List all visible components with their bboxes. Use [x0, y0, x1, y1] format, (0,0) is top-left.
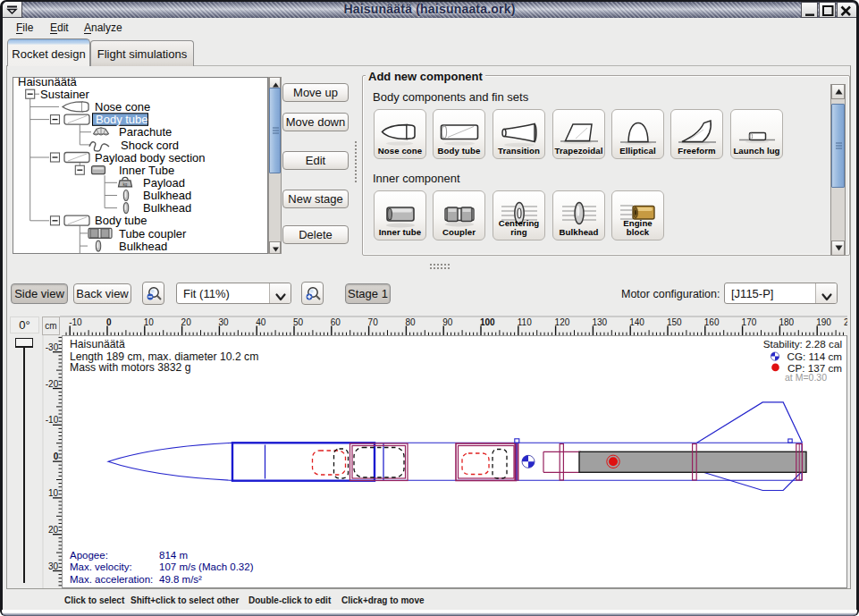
- svg-text:150: 150: [667, 317, 682, 327]
- svg-text:Apogee:: Apogee:: [70, 550, 108, 561]
- svg-text:70: 70: [368, 317, 379, 327]
- svg-text:0: 0: [106, 317, 112, 327]
- svg-text:Payload body section: Payload body section: [95, 151, 206, 165]
- svg-text:-30: -30: [46, 342, 59, 352]
- svg-text:160: 160: [704, 317, 720, 327]
- svg-text:120: 120: [555, 317, 570, 327]
- svg-text:Body tube: Body tube: [96, 113, 148, 126]
- svg-text:10: 10: [144, 317, 155, 327]
- svg-text:Bulkhead: Bulkhead: [143, 189, 191, 202]
- svg-text:at M=0.30: at M=0.30: [785, 372, 827, 383]
- svg-text:130: 130: [592, 317, 607, 327]
- svg-text:60: 60: [331, 317, 341, 327]
- svg-text:-10: -10: [69, 317, 82, 327]
- svg-text:814 m: 814 m: [159, 550, 188, 561]
- svg-text:-20: -20: [46, 379, 59, 389]
- svg-text:CG: 114 cm: CG: 114 cm: [787, 350, 842, 362]
- svg-text:49.8 m/s²: 49.8 m/s²: [159, 574, 202, 585]
- svg-text:Nose cone: Nose cone: [95, 100, 150, 114]
- svg-text:30: 30: [48, 561, 59, 571]
- svg-text:Inner Tube: Inner Tube: [119, 164, 174, 177]
- svg-text:2: 2: [844, 317, 847, 327]
- svg-text:Max. acceleration:: Max. acceleration:: [70, 574, 153, 585]
- svg-text:Shock cord: Shock cord: [121, 139, 179, 152]
- svg-text:20: 20: [181, 317, 192, 327]
- svg-text:20: 20: [48, 525, 59, 535]
- svg-text:140: 140: [629, 317, 644, 327]
- svg-text:Haisunäätä: Haisunäätä: [70, 338, 125, 350]
- svg-text:190: 190: [816, 317, 831, 327]
- svg-text:100: 100: [480, 317, 495, 327]
- svg-text:Max. velocity:: Max. velocity:: [70, 561, 132, 572]
- svg-text:Body tube: Body tube: [95, 214, 147, 227]
- svg-text:30: 30: [218, 317, 229, 327]
- svg-text:80: 80: [405, 317, 416, 327]
- svg-text:-10: -10: [46, 415, 59, 425]
- svg-text:Bulkhead: Bulkhead: [119, 240, 167, 253]
- svg-text:110: 110: [518, 317, 532, 327]
- svg-text:180: 180: [779, 317, 794, 327]
- svg-text:Parachute: Parachute: [119, 125, 172, 139]
- svg-text:Bulkhead: Bulkhead: [143, 201, 191, 215]
- svg-text:10: 10: [48, 488, 59, 498]
- svg-text:90: 90: [442, 317, 453, 327]
- svg-text:50: 50: [293, 317, 304, 327]
- svg-text:Stability: 2.28 cal: Stability: 2.28 cal: [763, 338, 842, 350]
- svg-text:Sustainer: Sustainer: [40, 88, 90, 101]
- svg-text:40: 40: [256, 317, 266, 327]
- svg-text:kg: kg: [123, 182, 128, 187]
- svg-text:0: 0: [54, 451, 59, 461]
- svg-text:Mass with motors 3832 g: Mass with motors 3832 g: [70, 361, 190, 374]
- svg-text:107 m/s (Mach 0.32): 107 m/s (Mach 0.32): [159, 561, 254, 572]
- svg-text:170: 170: [742, 317, 757, 327]
- svg-text:Tube coupler: Tube coupler: [119, 227, 187, 240]
- svg-text:Payload: Payload: [143, 176, 185, 190]
